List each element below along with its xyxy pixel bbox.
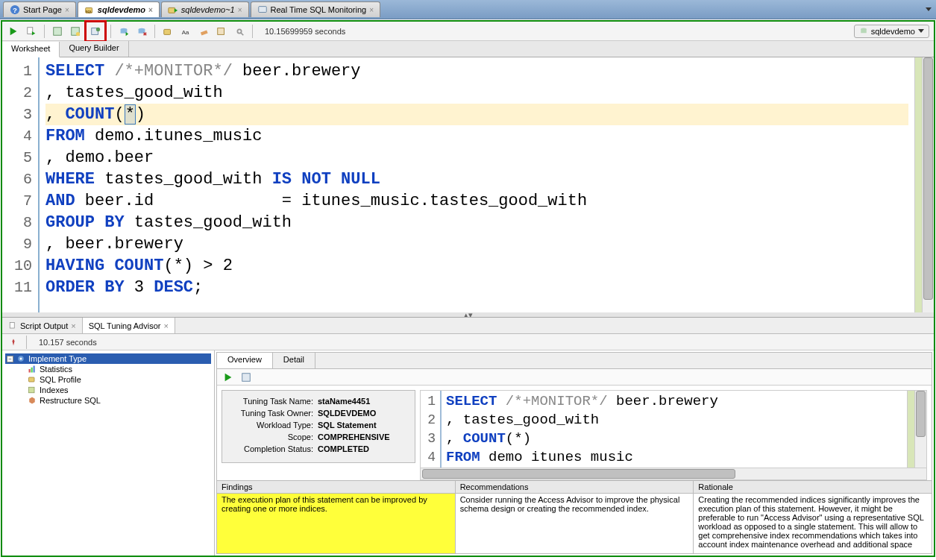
svg-rect-10 (54, 27, 62, 35)
sql-history-button[interactable] (215, 25, 228, 38)
subtab-detail[interactable]: Detail (273, 353, 315, 368)
advisor-toolbar (217, 369, 932, 386)
worksheet-panel: Aa 10.15699959 seconds sqldevdemo Worksh… (1, 20, 935, 557)
svg-rect-6 (258, 7, 266, 13)
tab-sqldevdemo[interactable]: SQL sqldevdemo × (78, 1, 160, 17)
rollback-button[interactable] (135, 25, 148, 38)
tab-start-page[interactable]: ? Start Page × (3, 1, 76, 17)
advisor-sql-preview: 1234 SELECT /*+MONITOR*/ beer.brewery, t… (420, 390, 927, 480)
output-panel: Script Output × SQL Tuning Advisor × 10.… (2, 317, 934, 556)
db-run-icon (168, 4, 178, 15)
meta-value: staName4451 (318, 397, 407, 406)
tab-script-output[interactable]: Script Output × (2, 318, 83, 333)
vertical-scrollbar[interactable] (914, 391, 926, 468)
script-icon (8, 321, 17, 330)
collapse-icon[interactable]: − (7, 356, 13, 362)
explain-button[interactable] (51, 25, 64, 38)
vertical-scrollbar[interactable] (922, 57, 934, 312)
close-icon[interactable]: × (238, 6, 242, 14)
tree-item-sql-profile[interactable]: SQL Profile (26, 374, 211, 385)
advisor-detail-panel: Overview Detail Tuning Task Name:staName… (216, 352, 932, 554)
advisor-content: Tuning Task Name:staName4451 Tuning Task… (217, 386, 932, 480)
svg-rect-33 (29, 377, 35, 382)
tuning-advisor-body: − Implement Type Statistics SQL Profile … (2, 350, 934, 556)
close-icon[interactable]: × (163, 321, 168, 330)
close-icon[interactable]: × (148, 6, 153, 14)
rationale-column: Rationale Creating the recommended indic… (694, 481, 932, 553)
settings-button[interactable] (233, 25, 246, 38)
svg-rect-26 (861, 29, 867, 33)
findings-column: Findings The execution plan of this stat… (217, 481, 456, 553)
db-icon: SQL (84, 4, 95, 15)
overview-ruler (907, 391, 914, 468)
sql-editor[interactable]: 1234567891011 SELECT /*+MONITOR*/ beer.b… (2, 57, 934, 312)
run-button[interactable] (222, 371, 235, 384)
findings-cell[interactable]: Creating the recommended indices signifi… (694, 494, 932, 553)
svg-point-14 (96, 27, 100, 31)
svg-rect-34 (29, 387, 35, 393)
dropdown-icon[interactable] (926, 7, 932, 11)
svg-marker-9 (32, 31, 35, 35)
meta-value: COMPREHENSIVE (318, 432, 407, 441)
profile-icon (28, 375, 37, 384)
findings-cell[interactable]: The execution plan of this statement can… (217, 494, 455, 553)
tab-realtime-sql-monitoring[interactable]: Real Time SQL Monitoring × (251, 1, 380, 17)
save-button[interactable] (239, 371, 253, 384)
restructure-icon (28, 396, 37, 405)
svg-marker-7 (10, 27, 17, 35)
index-icon (28, 386, 37, 394)
document-tabs: ? Start Page × SQL sqldevdemo × sqldevde… (0, 0, 936, 19)
tab-query-builder[interactable]: Query Builder (60, 41, 128, 57)
close-icon[interactable]: × (65, 6, 69, 14)
tuning-task-meta: Tuning Task Name:staName4451 Tuning Task… (222, 390, 415, 463)
horizontal-scrollbar[interactable] (421, 468, 926, 479)
commit-button[interactable] (117, 25, 131, 38)
tree-item-statistics[interactable]: Statistics (26, 364, 211, 374)
svg-text:?: ? (13, 6, 17, 14)
tree-root-implement-type[interactable]: − Implement Type (5, 353, 211, 364)
worksheet-subtabs: Worksheet Query Builder (2, 41, 934, 57)
subtab-overview[interactable]: Overview (217, 353, 273, 368)
findings-cell[interactable]: Consider running the Access Advisor to i… (456, 494, 694, 553)
svg-rect-27 (10, 322, 14, 328)
svg-rect-32 (34, 366, 35, 373)
svg-marker-35 (225, 373, 232, 381)
tab-sql-tuning-advisor[interactable]: SQL Tuning Advisor × (83, 318, 175, 333)
meta-label: Tuning Task Name: (230, 397, 318, 406)
tab-sqldevdemo-1[interactable]: sqldevdemo~1 × (161, 1, 249, 17)
svg-rect-36 (242, 373, 251, 381)
toggle-case-button[interactable]: Aa (179, 25, 192, 38)
sql-tuning-advisor-button[interactable] (89, 25, 102, 38)
tree-item-indexes[interactable]: Indexes (26, 385, 211, 395)
sql-tuning-advisor-button-highlight (84, 20, 107, 43)
code-content[interactable]: SELECT /*+MONITOR*/ beer.brewery, tastes… (40, 57, 914, 312)
separator (44, 25, 45, 38)
close-icon[interactable]: × (71, 321, 75, 330)
pin-button[interactable] (7, 336, 20, 349)
output-toolbar: 10.157 seconds (2, 334, 934, 350)
svg-rect-30 (29, 369, 31, 373)
code-content[interactable]: SELECT /*+MONITOR*/ beer.brewery, tastes… (442, 391, 907, 468)
close-icon[interactable]: × (369, 6, 374, 14)
overview-ruler (914, 57, 922, 312)
output-tabs: Script Output × SQL Tuning Advisor × (2, 318, 934, 334)
svg-text:Aa: Aa (182, 28, 189, 35)
db-icon (859, 27, 868, 36)
separator (252, 25, 253, 38)
unshared-worksheet-button[interactable] (161, 25, 175, 38)
svg-rect-20 (164, 29, 171, 34)
separator (154, 25, 155, 38)
tab-worksheet[interactable]: Worksheet (2, 42, 60, 57)
autotrace-button[interactable] (69, 25, 82, 38)
connection-picker[interactable]: sqldevdemo (854, 25, 929, 38)
clear-button[interactable] (197, 25, 210, 38)
run-script-button[interactable] (25, 25, 38, 38)
svg-rect-8 (28, 27, 33, 34)
run-button[interactable] (7, 25, 20, 38)
tabs-controls (926, 7, 936, 11)
line-number-gutter: 1234 (421, 391, 442, 468)
tree-item-restructure-sql[interactable]: Restructure SQL (26, 395, 211, 406)
dropdown-icon (918, 29, 924, 33)
tab-label: sqldevdemo~1 (181, 5, 235, 14)
meta-label: Completion Status: (230, 444, 318, 453)
